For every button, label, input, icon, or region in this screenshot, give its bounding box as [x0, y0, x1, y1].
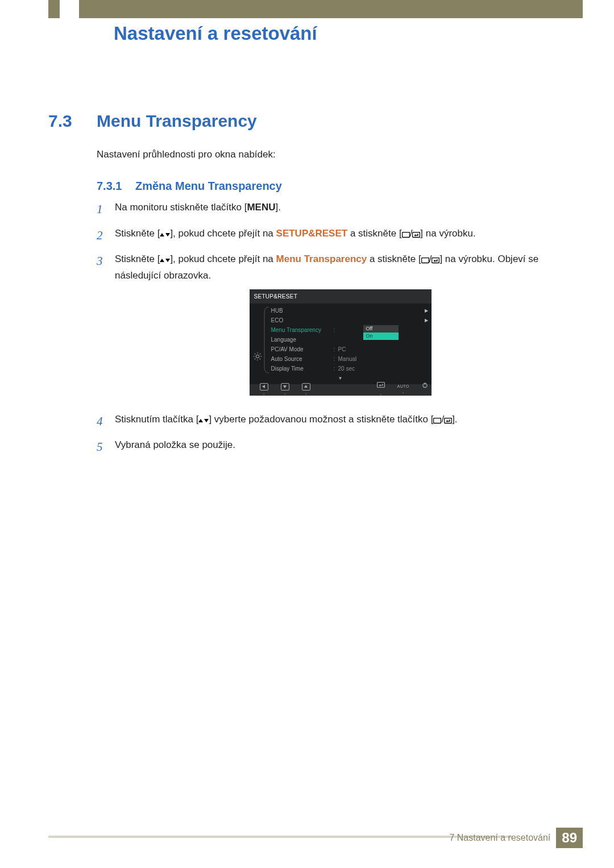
- osd-row-value: PC: [338, 345, 346, 354]
- osd-row: Menu Transparency:: [265, 325, 432, 335]
- colon: :: [334, 326, 338, 335]
- osd-more-icon: ▼: [250, 375, 432, 384]
- osd-up-icon: [302, 383, 310, 391]
- osd-row: ECO▶: [265, 315, 432, 325]
- section-number: 7.3: [48, 111, 72, 131]
- osd-row-value: 20 sec: [338, 364, 355, 373]
- osd-row: PC/AV Mode:PC: [265, 344, 432, 354]
- text: ] na výrobku.: [420, 228, 475, 239]
- step-number: 5: [97, 438, 107, 456]
- steps-list: 1 Na monitoru stiskněte tlačítko [MENU].…: [97, 200, 566, 464]
- text: Stiskněte [: [115, 254, 160, 264]
- text: a stiskněte [: [367, 254, 421, 264]
- osd-menu: SETUP&RESET Off On HUB▶ECO▶Menu Transpar…: [250, 289, 432, 396]
- enter-icon: [432, 254, 439, 268]
- up-down-icon: [160, 253, 170, 268]
- osd-back-icon: [260, 383, 268, 391]
- text: Na monitoru stiskněte tlačítko [: [115, 202, 247, 213]
- section-intro: Nastavení průhlednosti pro okna nabídek:: [97, 149, 276, 160]
- step-2: 2 Stiskněte [], pokud chcete přejít na S…: [97, 226, 566, 245]
- footer: 7 Nastavení a resetování 89: [449, 828, 583, 848]
- osd-row: Display Time:20 sec: [265, 364, 432, 373]
- section-title: Menu Transparency: [97, 111, 257, 131]
- enter-icon: [412, 228, 420, 243]
- text: ].: [452, 414, 457, 425]
- osd-row: HUB▶: [265, 306, 432, 315]
- osd-auto-label: AUTO: [397, 384, 409, 390]
- svg-marker-19: [262, 385, 265, 388]
- step-text: Stiskněte [], pokud chcete přejít na SET…: [115, 226, 476, 243]
- footer-rule: [48, 836, 512, 838]
- osd-row-label: Display Time: [271, 364, 334, 373]
- osd-row-label: PC/AV Mode: [271, 345, 334, 354]
- footer-chapter: 7 Nastavení a resetování: [449, 833, 550, 843]
- osd-row-label: Language: [271, 335, 334, 344]
- step-number: 1: [97, 200, 107, 219]
- step-1: 1 Na monitoru stiskněte tlačítko [MENU].: [97, 200, 566, 219]
- svg-marker-23: [379, 384, 380, 387]
- gear-icon: [253, 352, 262, 361]
- screen-icon: [402, 228, 410, 243]
- chevron-right-icon: ▶: [425, 317, 428, 324]
- step-text: Stiskněte [], pokud chcete přejít na Men…: [115, 252, 566, 405]
- svg-line-18: [259, 354, 260, 354]
- osd-row: Auto Source:Manual: [265, 354, 432, 364]
- text: ], pokud chcete přejít na: [170, 228, 276, 239]
- text: Stiskněte [: [115, 228, 160, 239]
- osd-row-label: Auto Source: [271, 355, 334, 364]
- svg-line-15: [254, 354, 255, 354]
- svg-marker-21: [304, 385, 308, 388]
- menu-transparency-label: Menu Transparency: [276, 254, 367, 264]
- colon: :: [334, 364, 338, 373]
- header-tab: [60, 0, 79, 27]
- svg-marker-30: [446, 420, 448, 422]
- header-bar: [48, 0, 583, 18]
- svg-marker-5: [160, 259, 164, 262]
- step-text: Stisknutím tlačítka [] vyberte požadovan…: [115, 412, 458, 429]
- screen-icon: [433, 414, 441, 429]
- step-number: 4: [97, 412, 107, 431]
- svg-rect-7: [421, 258, 429, 263]
- osd-title: SETUP&RESET: [250, 289, 432, 304]
- text: ], pokud chcete přejít na: [170, 254, 276, 264]
- subsection-number: 7.3.1: [97, 180, 122, 193]
- setup-reset-label: SETUP&RESET: [276, 228, 348, 239]
- colon: :: [334, 345, 338, 354]
- subsection-title: Změna Menu Transparency: [135, 180, 282, 193]
- step-text: Vybraná položka se použije.: [115, 438, 235, 452]
- step-5: 5 Vybraná položka se použije.: [97, 438, 566, 456]
- osd-rows: Off On HUB▶ECO▶Menu Transparency:Languag…: [265, 304, 432, 375]
- svg-line-16: [259, 359, 260, 359]
- osd-enter-icon: [377, 382, 385, 391]
- svg-marker-26: [198, 419, 203, 422]
- osd-button-bar: ▪ ▪ ▪ ▪ AUTO▪ ▪: [250, 384, 432, 396]
- osd-screenshot: SETUP&RESET Off On HUB▶ECO▶Menu Transpar…: [115, 289, 566, 396]
- text: ].: [276, 202, 281, 213]
- step-3: 3 Stiskněte [], pokud chcete přejít na M…: [97, 252, 566, 405]
- colon: :: [334, 355, 338, 364]
- svg-marker-9: [434, 260, 435, 262]
- svg-marker-4: [414, 234, 416, 236]
- svg-rect-2: [402, 232, 409, 237]
- text: a stiskněte [: [347, 228, 401, 239]
- osd-row-label: Menu Transparency: [271, 326, 334, 335]
- osd-power-icon: [422, 382, 428, 391]
- step-text: Na monitoru stiskněte tlačítko [MENU].: [115, 200, 281, 215]
- screen-icon: [421, 254, 429, 268]
- osd-row-label: ECO: [271, 316, 334, 325]
- step-number: 2: [97, 226, 107, 245]
- step-number: 3: [97, 252, 107, 271]
- up-down-icon: [160, 227, 170, 242]
- page-number: 89: [556, 828, 583, 848]
- svg-marker-0: [160, 233, 164, 236]
- up-down-icon: [198, 413, 209, 428]
- svg-rect-29: [445, 418, 452, 423]
- svg-rect-22: [377, 383, 384, 388]
- svg-marker-20: [283, 385, 287, 388]
- menu-label: MENU: [247, 202, 275, 213]
- svg-rect-28: [434, 418, 441, 423]
- svg-rect-3: [413, 232, 420, 237]
- enter-icon: [444, 414, 452, 429]
- text: ] vyberte požadovanou možnost a stisknět…: [209, 414, 433, 425]
- svg-rect-8: [432, 258, 439, 263]
